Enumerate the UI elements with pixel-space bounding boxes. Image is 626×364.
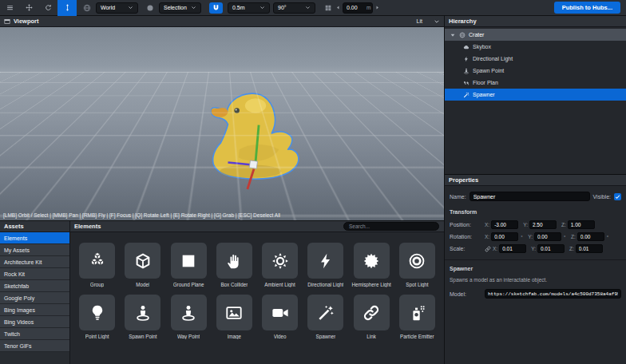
transform-pivot-dropdown[interactable]: Selection <box>159 2 201 14</box>
transform-space-value: World <box>101 5 125 10</box>
element-tile[interactable] <box>171 243 207 279</box>
element-tile[interactable] <box>262 295 298 330</box>
model-url-input[interactable] <box>485 289 621 299</box>
assets-tab-tenor-gifs[interactable]: Tenor GIFs <box>0 340 69 352</box>
street-view-icon <box>463 68 470 74</box>
element-item-way-point[interactable]: Way Point <box>166 295 212 339</box>
hand-icon <box>225 252 243 270</box>
scale-tool-button[interactable] <box>57 0 77 16</box>
arrows-v-icon <box>64 4 71 11</box>
element-item-ambient-light[interactable]: Ambient Light <box>257 243 303 287</box>
main-split: Viewport Lit <box>0 16 626 364</box>
element-tile[interactable] <box>79 295 115 330</box>
square-icon <box>180 252 197 270</box>
element-label: Spot Light <box>406 282 428 287</box>
hierarchy-item-directional-light[interactable]: Directional Light <box>445 53 626 65</box>
element-tile[interactable] <box>354 295 390 330</box>
rotation-z-input[interactable] <box>577 232 604 241</box>
chevron-down-icon <box>305 5 311 10</box>
left-column: Viewport Lit <box>0 16 444 364</box>
assets-tab-my-assets[interactable]: My Assets <box>0 244 69 256</box>
grid-height-increase-button[interactable] <box>374 3 381 13</box>
horizon-line <box>0 72 444 73</box>
element-tile[interactable] <box>216 295 252 330</box>
grid-height-decrease-button[interactable] <box>335 3 342 13</box>
publish-to-hubs-button[interactable]: Publish to Hubs... <box>554 2 620 14</box>
name-input[interactable] <box>470 192 590 201</box>
hierarchy-item-spawner[interactable]: Spawner <box>445 89 626 101</box>
search-input[interactable] <box>343 222 439 231</box>
element-item-particle-emitter[interactable]: Particle Emitter <box>394 295 440 339</box>
element-item-model[interactable]: Model <box>120 243 165 287</box>
render-mode-dropdown[interactable]: Lit <box>417 18 440 25</box>
snap-translate-dropdown[interactable]: 0.5m <box>228 2 270 14</box>
grid-height-unit: m <box>366 5 369 10</box>
duck-model[interactable] <box>202 86 307 192</box>
caret-down-icon[interactable] <box>450 32 456 38</box>
assets-tab-list: ElementsMy AssetsArchitecture KitRock Ki… <box>0 232 69 364</box>
element-item-box-collider[interactable]: Box Collider <box>212 243 257 287</box>
element-item-video[interactable]: Video <box>257 295 303 339</box>
position-y-input[interactable] <box>529 220 557 229</box>
assets-tab-twitch[interactable]: Twitch <box>0 328 69 340</box>
element-item-group[interactable]: Group <box>74 243 120 287</box>
visible-checkbox[interactable] <box>614 193 621 200</box>
axis-y-label: Y: <box>528 234 533 239</box>
element-tile[interactable] <box>399 243 435 279</box>
hierarchy-item-spawn-point[interactable]: Spawn Point <box>445 65 626 77</box>
grid-height-input[interactable] <box>347 5 364 10</box>
snap-toggle-button[interactable] <box>209 2 223 14</box>
properties-panel: Properties Name: Visible: Transform Posi… <box>445 174 626 364</box>
snap-rotate-dropdown[interactable]: 90° <box>273 2 315 14</box>
element-item-ground-plane[interactable]: Ground Plane <box>166 243 212 287</box>
assets-tab-bing-videos[interactable]: Bing Videos <box>0 316 69 328</box>
element-tile[interactable] <box>307 243 343 279</box>
assets-tab-google-poly[interactable]: Google Poly <box>0 292 69 304</box>
element-tile[interactable] <box>262 243 298 279</box>
transform-space-dropdown[interactable]: World <box>96 2 138 14</box>
element-tile[interactable] <box>125 243 160 279</box>
hierarchy-item-crater[interactable]: Crater <box>445 29 626 41</box>
element-item-image[interactable]: Image <box>212 295 257 339</box>
assets-tab-rock-kit[interactable]: Rock Kit <box>0 268 69 280</box>
element-item-link[interactable]: Link <box>349 295 394 339</box>
element-item-spawner[interactable]: Spawner <box>303 295 348 339</box>
element-tile[interactable] <box>171 295 207 330</box>
element-tile[interactable] <box>79 243 115 279</box>
rotate-tool-button[interactable] <box>38 0 57 16</box>
element-item-hemisphere-light[interactable]: Hemisphere Light <box>349 243 394 287</box>
spray-can-icon <box>408 304 426 322</box>
position-z-input[interactable] <box>568 220 595 229</box>
element-item-directional-light[interactable]: Directional Light <box>303 243 348 287</box>
assets-tab-sketchfab[interactable]: Sketchfab <box>0 280 69 292</box>
menu-tool-button[interactable] <box>0 0 19 16</box>
element-item-point-light[interactable]: Point Light <box>74 295 120 339</box>
rotation-x-input[interactable] <box>491 232 518 241</box>
assets-title: Assets <box>4 223 24 230</box>
element-tile[interactable] <box>125 295 160 330</box>
assets-tab-bing-images[interactable]: Bing Images <box>0 304 69 316</box>
translate-tool-button[interactable] <box>19 0 38 16</box>
link-icon[interactable] <box>485 246 491 252</box>
element-item-spawn-point[interactable]: Spawn Point <box>120 295 165 339</box>
element-tile[interactable] <box>399 295 435 330</box>
hierarchy-item-skybox[interactable]: Skybox <box>445 41 626 53</box>
degree-unit: ° <box>607 235 609 239</box>
scale-z-input[interactable] <box>576 244 603 253</box>
street-view-icon <box>180 304 197 322</box>
scale-y-input[interactable] <box>537 244 565 253</box>
viewport-canvas[interactable]: [LMB] Orbit / Select | [MMB] Pan | [RMB]… <box>0 27 444 220</box>
element-item-spot-light[interactable]: Spot Light <box>394 243 440 287</box>
element-tile[interactable] <box>307 295 343 330</box>
rotation-y-input[interactable] <box>534 232 561 241</box>
element-label: Hemisphere Light <box>351 282 390 287</box>
section-divider <box>445 259 626 260</box>
viewport-help-text: [LMB] Orbit / Select | [MMB] Pan | [RMB]… <box>3 212 280 218</box>
assets-tab-elements[interactable]: Elements <box>0 232 69 244</box>
hierarchy-item-floor-plan[interactable]: Floor Plan <box>445 77 626 89</box>
element-tile[interactable] <box>354 243 390 279</box>
scale-x-input[interactable] <box>499 244 526 253</box>
position-x-input[interactable] <box>491 220 518 229</box>
element-tile[interactable] <box>216 243 252 279</box>
assets-tab-architecture-kit[interactable]: Architecture Kit <box>0 256 69 268</box>
